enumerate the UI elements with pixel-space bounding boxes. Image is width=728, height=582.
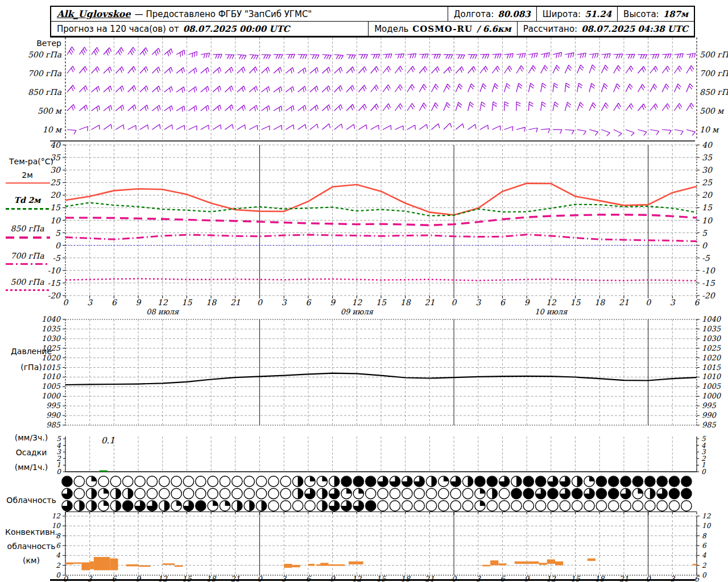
meteogram-plot: 40403535303025252020151510105500-5-5-10-…	[0, 0, 728, 582]
conv-hour-tick-label: 0	[646, 575, 651, 582]
convective-cloud-bar	[498, 563, 506, 565]
convective-cloud-bar	[539, 563, 547, 564]
convective-cloud-bar	[175, 566, 183, 567]
pressure-tick-right: 1040	[702, 315, 722, 323]
hour-tick-label: 0	[452, 298, 457, 307]
temp-tick-right: 35	[702, 153, 713, 162]
conv-hour-tick-label: 21	[231, 575, 241, 582]
date-label: 08 июля	[146, 307, 180, 316]
precip-value-annotation: 0.1	[101, 435, 115, 446]
convective-cloud-bar	[515, 562, 539, 564]
conv-hour-tick-label: 6	[500, 575, 506, 582]
hour-tick-label: 12	[351, 298, 362, 307]
pressure-tick-left: 985	[46, 421, 61, 429]
conv-hour-tick-label: 3	[282, 575, 287, 582]
temp-tick-left: 25	[50, 178, 61, 187]
conv-tick-left: 4	[56, 551, 60, 559]
precip-tick-right: 0	[701, 468, 706, 476]
conv-hour-tick-label: 9	[136, 575, 142, 582]
conv-hour-tick-label: 15	[182, 575, 192, 582]
hour-tick-label: 15	[376, 298, 387, 307]
conv-hour-tick-label: 12	[547, 575, 556, 582]
hour-tick-label: 18	[400, 298, 411, 307]
hour-tick-label: 12	[158, 298, 168, 307]
pressure-tick-left: 990	[46, 411, 61, 419]
conv-hour-tick-label: 0	[257, 575, 263, 582]
pressure-tick-left: 1020	[42, 354, 61, 362]
conv-hour-tick-label: 12	[158, 575, 167, 582]
temp-tick-right: 30	[702, 165, 713, 174]
pressure-tick-right: 1005	[702, 382, 721, 390]
hour-tick-label: 6	[500, 298, 506, 307]
conv-tick-right: 2	[702, 562, 707, 569]
pressure-tick-right: 1015	[702, 363, 721, 372]
pressure-tick-right: 1025	[702, 344, 721, 352]
temp-tick-left: -10	[47, 266, 61, 275]
temp-tick-right: 5	[702, 228, 708, 238]
convective-cloud-bar	[482, 565, 490, 567]
pressure-tick-left: 1010	[42, 372, 61, 381]
conv-hour-tick-label: 18	[400, 575, 411, 582]
date-label: 10 июля	[535, 307, 568, 316]
temp-tick-right: -5	[702, 253, 710, 263]
convective-cloud-bar	[94, 557, 110, 570]
hour-tick-label: 3	[475, 298, 481, 307]
temp-tick-left: -5	[52, 253, 61, 263]
conv-hour-tick-label: 6	[694, 575, 700, 582]
temp-tick-left: 35	[50, 153, 61, 162]
conv-hour-tick-label: 0	[63, 575, 69, 582]
hour-tick-label: 21	[619, 298, 629, 307]
temp-tick-left: 40	[50, 140, 61, 149]
pressure-tick-left: 1035	[42, 325, 61, 333]
hour-tick-label: 15	[182, 298, 193, 307]
conv-hour-tick-label: 6	[111, 575, 117, 582]
convective-cloud-bar	[138, 566, 150, 567]
hour-tick-label: 18	[594, 298, 605, 307]
pressure-tick-right: 1020	[702, 354, 722, 362]
pressure-tick-right: 985	[702, 421, 717, 429]
conv-tick-right: 4	[702, 551, 706, 559]
convective-cloud-bar	[65, 562, 73, 564]
convective-cloud-bar	[90, 562, 94, 569]
hour-tick-label: 0	[646, 298, 651, 307]
conv-tick-right: 8	[702, 532, 707, 540]
conv-hour-tick-label: 21	[425, 575, 435, 582]
conv-hour-tick-label: 18	[206, 575, 217, 582]
conv-hour-tick-label: 3	[88, 575, 93, 582]
hour-tick-label: 21	[230, 298, 241, 307]
temp-tick-right: 0	[702, 241, 708, 250]
date-label: 09 июля	[341, 307, 374, 316]
temp-tick-left: 20	[50, 190, 61, 199]
hour-tick-label: 0	[257, 298, 263, 307]
conv-tick-right: 0	[702, 571, 707, 579]
conv-tick-left: 6	[56, 542, 61, 550]
convective-cloud-bar	[163, 563, 175, 565]
convective-cloud-bar	[308, 564, 315, 566]
pressure-tick-left: 1005	[42, 382, 61, 390]
meteogram-page: { "header": { "station": "Alk_Uglovskoe"…	[0, 0, 728, 582]
conv-tick-right: 10	[702, 522, 712, 530]
temp-series-4	[65, 278, 697, 281]
hour-tick-label: 6	[305, 298, 311, 307]
convective-cloud-bar	[110, 559, 118, 571]
convective-cloud-bar	[284, 564, 292, 568]
temp-tick-left: 15	[50, 203, 61, 212]
hour-tick-label: 9	[330, 298, 336, 307]
convective-cloud-bar	[555, 562, 563, 566]
precip-bar	[100, 471, 107, 472]
conv-hour-tick-label: 12	[352, 575, 362, 582]
convective-cloud-bar	[320, 563, 328, 565]
temp-tick-left: -15	[47, 278, 61, 288]
pressure-tick-left: 1030	[42, 334, 61, 343]
pressure-tick-left: 1040	[42, 315, 61, 323]
temp-tick-right: -10	[702, 266, 715, 275]
pressure-tick-left: 1000	[42, 392, 61, 400]
temp-tick-right: -20	[702, 291, 715, 300]
convective-cloud-bar	[81, 562, 89, 570]
hour-tick-label: 6	[694, 298, 700, 307]
pressure-tick-right: 995	[702, 401, 717, 410]
temp-tick-left: -20	[47, 291, 61, 300]
hour-tick-label: 3	[282, 298, 287, 307]
temp-tick-left: 30	[50, 165, 61, 174]
temp-tick-right: 40	[702, 140, 713, 149]
